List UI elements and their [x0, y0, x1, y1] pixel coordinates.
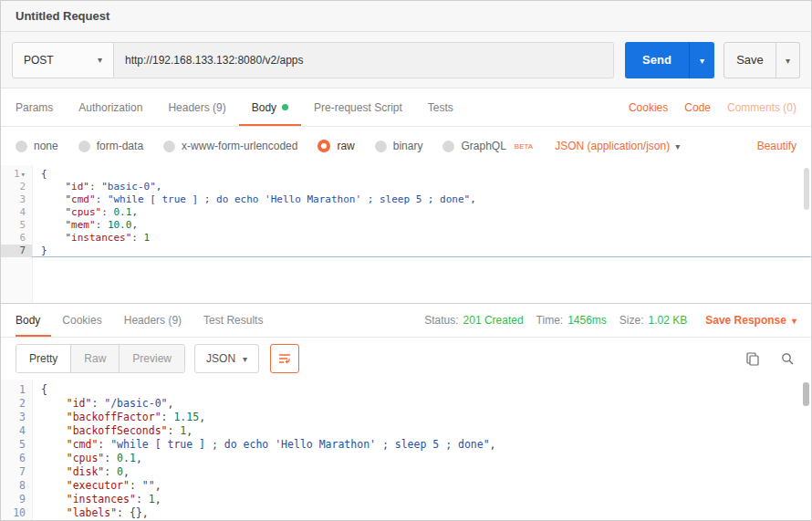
save-response-button[interactable]: Save Response ▾ — [705, 314, 796, 327]
bodytype-option-x-www-form-urlencoded[interactable]: x-www-form-urlencoded — [163, 140, 297, 152]
titlebar: Untitled Request — [1, 1, 811, 32]
line-number: 5 — [1, 438, 32, 452]
response-tab-headers-9[interactable]: Headers (9) — [113, 304, 193, 337]
code-line: 2 "id": "/basic-0", — [1, 397, 811, 411]
radio-label: none — [34, 140, 58, 152]
line-number: 5 — [1, 219, 32, 232]
bodytype-option-graphql[interactable]: GraphQLBETA — [442, 140, 533, 152]
line-number: 7 — [1, 245, 32, 257]
code-line-content: "backoffFactor": 1.15, — [32, 411, 205, 424]
radio-icon — [442, 141, 454, 152]
size-label: Size: — [619, 314, 644, 327]
code-line: 1▾{ — [1, 168, 811, 181]
bodytype-option-raw[interactable]: raw — [318, 140, 354, 152]
scrollbar-thumb[interactable] — [803, 382, 809, 406]
code-line-content: { — [32, 168, 47, 181]
tab-authorization[interactable]: Authorization — [66, 89, 155, 126]
code-line-content: "executor": "", — [32, 479, 161, 493]
chevron-down-icon: ▾ — [700, 56, 704, 66]
bodytype-option-binary[interactable]: binary — [375, 140, 423, 152]
request-tabs: ParamsAuthorizationHeaders (9)BodyPre-re… — [16, 89, 466, 126]
status-label: Status: — [424, 314, 458, 327]
line-number: 4 — [1, 424, 32, 438]
link-comments-0[interactable]: Comments (0) — [727, 101, 796, 114]
radio-label: x-www-form-urlencoded — [182, 140, 297, 152]
scrollbar[interactable] — [802, 380, 811, 521]
tab-headers-9[interactable]: Headers (9) — [155, 89, 238, 126]
request-tabs-row: ParamsAuthorizationHeaders (9)BodyPre-re… — [1, 89, 811, 127]
code-line: 5 "cmd": "while [ true ] ; do echo 'Hell… — [1, 438, 811, 452]
body-type-row: noneform-datax-www-form-urlencodedrawbin… — [1, 127, 811, 165]
radio-label: GraphQL — [461, 140, 505, 152]
response-toolbar: PrettyRawPreview JSON ▾ — [1, 338, 811, 380]
line-number: 3 — [1, 411, 32, 424]
code-line-content: } — [32, 245, 47, 257]
radio-icon — [16, 141, 27, 152]
line-number: 1▾ — [1, 168, 32, 181]
response-tab-cookies[interactable]: Cookies — [51, 304, 112, 337]
response-body-editor[interactable]: 1{2 "id": "/basic-0",3 "backoffFactor": … — [1, 380, 811, 521]
code-line-content: "cmd": "while [ true ] ; do echo 'Hello … — [32, 193, 476, 206]
link-code[interactable]: Code — [684, 101, 711, 114]
code-line: 4 "cpus": 0.1, — [1, 206, 811, 219]
code-line: 10 "labels": {}, — [1, 506, 811, 520]
link-cookies[interactable]: Cookies — [629, 101, 668, 114]
code-line-content: "mem": 10.0, — [32, 219, 138, 232]
code-line: 2 "id": "basic-0", — [1, 181, 811, 193]
code-line-content: "cpus": 0.1, — [32, 452, 142, 465]
line-number: 4 — [1, 206, 32, 219]
search-button[interactable] — [778, 349, 796, 368]
copy-button[interactable] — [744, 349, 762, 368]
response-tab-test-results[interactable]: Test Results — [193, 304, 274, 337]
radio-icon — [163, 141, 175, 152]
code-line-content: "id": "/basic-0", — [32, 397, 173, 411]
code-line: 6 "cpus": 0.1, — [1, 452, 811, 465]
status-meta: Status: 201 Created — [424, 314, 523, 327]
chevron-down-icon[interactable]: ▾ — [21, 170, 26, 179]
code-line: 9 "instances": 1, — [1, 493, 811, 506]
view-tab-pretty[interactable]: Pretty — [16, 345, 70, 372]
wrap-text-icon — [277, 351, 292, 366]
line-number: 2 — [1, 397, 32, 411]
chevron-down-icon: ▾ — [98, 55, 102, 65]
code-line: 7} — [1, 245, 811, 257]
size-meta: Size: 1.02 KB — [619, 314, 687, 327]
scrollbar-thumb[interactable] — [804, 168, 809, 210]
save-dropdown-button[interactable]: ▾ — [776, 42, 800, 78]
tab-tests[interactable]: Tests — [415, 89, 466, 126]
tab-pre-request-script[interactable]: Pre-request Script — [301, 89, 415, 126]
line-number: 7 — [1, 465, 32, 479]
radio-icon — [78, 141, 90, 152]
radio-label: raw — [337, 140, 354, 152]
method-select[interactable]: POST ▾ — [12, 42, 114, 78]
code-line-content: "instances": 1, — [32, 493, 161, 506]
url-input[interactable] — [114, 42, 614, 78]
line-number: 1 — [1, 383, 32, 397]
method-label: POST — [24, 54, 54, 67]
bodytype-option-none[interactable]: none — [16, 140, 58, 152]
tab-body[interactable]: Body — [239, 89, 301, 126]
tab-params[interactable]: Params — [16, 89, 66, 126]
send-dropdown-button[interactable]: ▾ — [689, 42, 714, 78]
line-number: 2 — [1, 181, 32, 193]
wrap-text-button[interactable] — [270, 344, 299, 373]
send-button[interactable]: Send — [625, 42, 689, 78]
format-label: JSON — [206, 352, 235, 365]
view-tab-raw[interactable]: Raw — [70, 345, 119, 372]
save-button[interactable]: Save — [724, 42, 776, 78]
response-tab-body[interactable]: Body — [16, 304, 51, 337]
radio-label: form-data — [97, 140, 143, 152]
beautify-link[interactable]: Beautify — [757, 140, 796, 152]
view-tab-preview[interactable]: Preview — [119, 345, 184, 372]
code-line-content: "instances": 1 — [32, 232, 150, 245]
scrollbar[interactable] — [802, 165, 811, 303]
code-line: 3 "cmd": "while [ true ] ; do echo 'Hell… — [1, 193, 811, 206]
code-line-content: "cpus": 0.1, — [32, 206, 138, 219]
format-select[interactable]: JSON ▾ — [194, 344, 259, 373]
request-title: Untitled Request — [16, 9, 109, 23]
response-tabs-row: BodyCookiesHeaders (9)Test Results Statu… — [1, 304, 811, 338]
request-body-editor[interactable]: 1▾{2 "id": "basic-0",3 "cmd": "while [ t… — [1, 165, 811, 304]
content-type-select[interactable]: JSON (application/json) ▾ — [555, 140, 680, 152]
chevron-down-icon: ▾ — [792, 316, 796, 326]
bodytype-option-form-data[interactable]: form-data — [78, 140, 143, 152]
